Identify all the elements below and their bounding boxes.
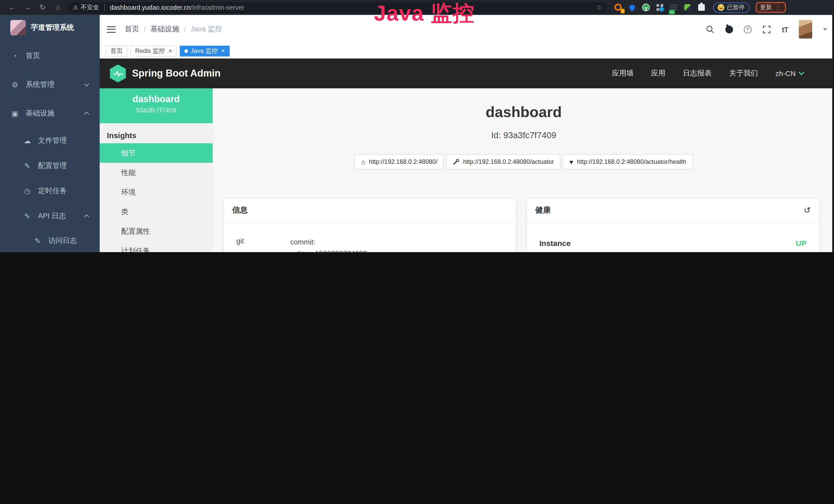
log-icon: ✎ xyxy=(23,212,32,220)
grid-extension-icon[interactable] xyxy=(656,3,664,12)
leaf-extension-icon[interactable] xyxy=(684,3,692,12)
sba-instance-header[interactable]: dashboard 93a3fc7f7409 xyxy=(100,88,213,123)
sba-brand[interactable]: Spring Boot Admin xyxy=(132,68,221,79)
card-title: 健康 ↺ xyxy=(527,199,819,223)
window-right-edge xyxy=(832,15,834,252)
info-row-label: git xyxy=(236,237,290,252)
cards-right-column: 健康 ↺ Instance UP xyxy=(527,199,819,252)
screen: ← → ↻ ⌂ ⚠ 不安全 dashboard.yudao.iocoder.cn… xyxy=(0,0,834,252)
health-instance-row: Instance UP xyxy=(535,235,811,252)
close-icon[interactable]: × xyxy=(169,48,172,54)
sba-nav-journal[interactable]: 日志报表 xyxy=(683,69,712,78)
avatar-caret-icon[interactable] xyxy=(823,28,827,30)
app-logo xyxy=(10,20,26,36)
forward-icon[interactable]: → xyxy=(20,0,35,15)
search-icon[interactable] xyxy=(706,25,715,33)
pin-extension-icon[interactable] xyxy=(628,3,636,12)
github-icon[interactable] xyxy=(725,25,733,33)
fullscreen-icon[interactable] xyxy=(762,25,771,33)
url-path: /infra/admin-server xyxy=(191,4,596,11)
help-icon[interactable]: ? xyxy=(744,25,751,33)
sba-language-value: zh-CN xyxy=(775,69,796,77)
breadcrumb: 首页 / 基础设施 / Java 监控 xyxy=(125,25,222,34)
tag-redis-monitor[interactable]: Redis 监控 × xyxy=(130,45,177,56)
breadcrumb-separator: / xyxy=(184,25,186,33)
sidebar-item-config-mgmt[interactable]: ✎ 配置管理 xyxy=(0,153,100,178)
close-icon[interactable]: × xyxy=(221,48,225,54)
sba-menu-scheduled[interactable]: 计划任务 xyxy=(100,241,213,252)
update-button[interactable]: 更新 ⋮ xyxy=(755,2,786,13)
switch-extension-icon[interactable]: on xyxy=(670,3,678,12)
bookmark-star-icon[interactable]: ☆ xyxy=(596,4,602,11)
user-avatar[interactable] xyxy=(799,20,812,39)
reload-icon[interactable]: ↻ xyxy=(35,0,50,15)
status-badge: UP xyxy=(796,239,807,248)
sba-menu-environment[interactable]: 环境 xyxy=(100,182,213,202)
puzzle-extensions-icon[interactable] xyxy=(698,3,706,12)
health-url-link[interactable]: ♥ http://192.168.0.2:48080/actuator/heal… xyxy=(563,154,693,170)
question-mark: ? xyxy=(744,25,751,33)
breadcrumb-current: Java 监控 xyxy=(191,25,222,34)
card-body: git commit: time: 1596289704000 id: 27aa… xyxy=(224,223,516,252)
extensions-bar: 1 y on xyxy=(614,3,706,12)
address-bar[interactable]: ⚠ 不安全 dashboard.yudao.iocoder.cn /infra/… xyxy=(68,2,607,13)
spring-boot-admin: Spring Boot Admin 应用墙 应用 日志报表 关于我们 zh-CN xyxy=(100,59,834,252)
sync-extension-icon[interactable]: 1 xyxy=(614,3,622,12)
sba-nav-applications[interactable]: 应用 xyxy=(651,69,665,78)
sidebar-item-scheduled-tasks[interactable]: ◷ 定时任务 xyxy=(0,178,100,203)
sba-nav-about[interactable]: 关于我们 xyxy=(729,69,758,78)
app-logo-row[interactable]: 芋道管理系统 xyxy=(0,15,100,41)
sidebar-item-label: 文件管理 xyxy=(38,136,67,145)
breadcrumb-infrastructure[interactable]: 基础设施 xyxy=(151,25,179,34)
sidebar-item-api-logs[interactable]: ✎ API 日志 xyxy=(0,203,100,229)
tag-java-monitor[interactable]: Java 监控 × xyxy=(180,45,229,56)
y-extension-icon[interactable]: y xyxy=(642,3,650,12)
actuator-url-link[interactable]: http://192.168.0.2:48080/actuator xyxy=(446,154,561,170)
tag-home[interactable]: 首页 xyxy=(106,45,127,56)
sba-insights-group: Insights 细节 性能 环境 类 配置属性 计划任务 xyxy=(100,123,213,252)
chevron-down-icon xyxy=(798,70,805,75)
info-row-value: commit: time: 1596289704000 id: 27aa832 … xyxy=(290,237,367,252)
sidebar-item-access-logs[interactable]: ✎ 访问日志 xyxy=(0,229,100,252)
chevron-down-icon xyxy=(84,82,89,87)
on-badge: on xyxy=(669,9,675,14)
card-body: Instance UP xyxy=(527,223,819,252)
sba-menu-classes[interactable]: 类 xyxy=(100,202,213,221)
sba-nav: 应用墙 应用 日志报表 关于我们 zh-CN xyxy=(612,69,824,78)
profile-paused-chip[interactable]: 已暂停 xyxy=(713,2,749,13)
service-url-link[interactable]: ⌂ http://192.168.0.2:48080/ xyxy=(354,154,444,170)
sidebar-item-home[interactable]: ◔ 首页 xyxy=(0,42,100,70)
browser-menu-icon[interactable]: ⋮ xyxy=(775,5,781,10)
sba-menu-details[interactable]: 细节 xyxy=(100,143,213,163)
info-card-title: 信息 xyxy=(232,206,248,215)
sidebar-item-file-mgmt[interactable]: ☁ 文件管理 xyxy=(0,128,100,153)
chevron-up-icon xyxy=(84,214,89,219)
sba-language-select[interactable]: zh-CN xyxy=(775,69,804,77)
health-card-title: 健康 xyxy=(535,206,551,215)
sba-menu-metrics[interactable]: 性能 xyxy=(100,163,213,182)
url-host: dashboard.yudao.iocoder.cn xyxy=(110,4,191,11)
sba-logo-icon[interactable] xyxy=(110,65,126,83)
extension-badge: 1 xyxy=(620,8,625,13)
timer-icon: ◷ xyxy=(23,187,32,195)
hamburger-icon[interactable] xyxy=(107,26,115,32)
sba-header: Spring Boot Admin 应用墙 应用 日志报表 关于我们 zh-CN xyxy=(100,59,834,88)
back-icon[interactable]: ← xyxy=(4,0,20,15)
font-size-icon[interactable]: tT xyxy=(782,25,788,33)
home-icon[interactable]: ⌂ xyxy=(50,0,66,15)
tag-label: 首页 xyxy=(110,46,123,55)
breadcrumb-home[interactable]: 首页 xyxy=(125,25,139,34)
link-text: http://192.168.0.2:48080/actuator xyxy=(463,158,554,166)
home-icon: ⌂ xyxy=(361,158,365,166)
paused-label: 已暂停 xyxy=(727,4,745,11)
sidebar-item-infrastructure[interactable]: ▣ 基础设施 xyxy=(0,99,100,128)
history-icon[interactable]: ↺ xyxy=(804,206,811,215)
tag-label: Java 监控 xyxy=(191,46,218,55)
sidebar-item-system-mgmt[interactable]: ⚙ 系统管理 xyxy=(0,70,100,99)
sba-nav-wallboard[interactable]: 应用墙 xyxy=(612,69,634,78)
app-title: 芋道管理系统 xyxy=(31,23,74,32)
sba-menu-config-props[interactable]: 配置属性 xyxy=(100,221,213,241)
top-navbar: 首页 / 基础设施 / Java 监控 ? tT xyxy=(100,15,834,44)
lines-shape xyxy=(670,4,677,10)
heartbeat-icon: ♥ xyxy=(569,158,573,166)
